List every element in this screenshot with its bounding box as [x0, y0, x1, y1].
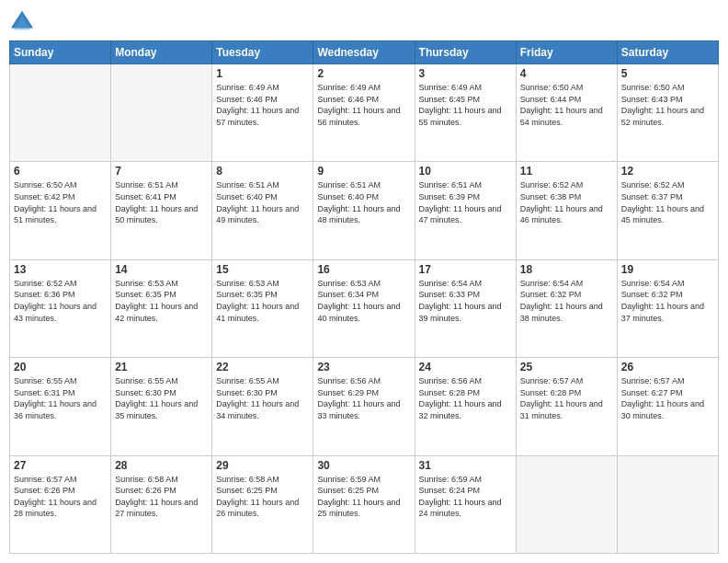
day-number: 12	[621, 165, 714, 178]
cell-info: Sunrise: 6:53 AM Sunset: 6:34 PM Dayligh…	[317, 278, 410, 324]
cell-info: Sunrise: 6:59 AM Sunset: 6:25 PM Dayligh…	[317, 474, 410, 520]
calendar-header-row: SundayMondayTuesdayWednesdayThursdayFrid…	[10, 41, 719, 64]
calendar-cell: 23Sunrise: 6:56 AM Sunset: 6:29 PM Dayli…	[313, 358, 415, 455]
logo	[9, 9, 39, 35]
calendar-cell: 18Sunrise: 6:54 AM Sunset: 6:32 PM Dayli…	[516, 259, 617, 357]
week-row-2: 6Sunrise: 6:50 AM Sunset: 6:42 PM Daylig…	[10, 162, 719, 259]
calendar-table: SundayMondayTuesdayWednesdayThursdayFrid…	[9, 40, 719, 554]
day-number: 29	[216, 459, 309, 472]
cell-info: Sunrise: 6:58 AM Sunset: 6:25 PM Dayligh…	[216, 474, 309, 520]
day-number: 3	[419, 67, 512, 80]
cell-info: Sunrise: 6:50 AM Sunset: 6:43 PM Dayligh…	[621, 82, 714, 128]
calendar-cell: 13Sunrise: 6:52 AM Sunset: 6:36 PM Dayli…	[10, 259, 111, 357]
header	[9, 9, 719, 35]
col-header-wednesday: Wednesday	[313, 41, 415, 64]
col-header-thursday: Thursday	[415, 41, 516, 64]
calendar-cell: 28Sunrise: 6:58 AM Sunset: 6:26 PM Dayli…	[111, 455, 212, 553]
calendar-cell	[617, 455, 718, 553]
day-number: 10	[419, 165, 512, 178]
day-number: 27	[14, 459, 107, 472]
calendar-cell: 22Sunrise: 6:55 AM Sunset: 6:30 PM Dayli…	[212, 358, 313, 455]
day-number: 8	[216, 165, 309, 178]
week-row-3: 13Sunrise: 6:52 AM Sunset: 6:36 PM Dayli…	[10, 259, 719, 357]
calendar-cell: 26Sunrise: 6:57 AM Sunset: 6:27 PM Dayli…	[617, 358, 718, 455]
cell-info: Sunrise: 6:54 AM Sunset: 6:32 PM Dayligh…	[520, 278, 613, 324]
col-header-tuesday: Tuesday	[212, 41, 313, 64]
cell-info: Sunrise: 6:57 AM Sunset: 6:28 PM Dayligh…	[520, 375, 613, 421]
calendar-cell	[10, 64, 111, 162]
cell-info: Sunrise: 6:56 AM Sunset: 6:28 PM Dayligh…	[419, 375, 512, 421]
calendar-cell: 8Sunrise: 6:51 AM Sunset: 6:40 PM Daylig…	[212, 162, 313, 259]
calendar-cell: 9Sunrise: 6:51 AM Sunset: 6:40 PM Daylig…	[313, 162, 415, 259]
day-number: 28	[115, 459, 208, 472]
day-number: 22	[216, 361, 309, 373]
calendar-cell: 24Sunrise: 6:56 AM Sunset: 6:28 PM Dayli…	[415, 358, 516, 455]
day-number: 2	[317, 67, 410, 80]
cell-info: Sunrise: 6:56 AM Sunset: 6:29 PM Dayligh…	[317, 375, 410, 421]
cell-info: Sunrise: 6:49 AM Sunset: 6:46 PM Dayligh…	[216, 82, 309, 128]
col-header-friday: Friday	[516, 41, 617, 64]
calendar-cell: 20Sunrise: 6:55 AM Sunset: 6:31 PM Dayli…	[10, 358, 111, 455]
calendar-cell: 10Sunrise: 6:51 AM Sunset: 6:39 PM Dayli…	[415, 162, 516, 259]
cell-info: Sunrise: 6:52 AM Sunset: 6:38 PM Dayligh…	[520, 179, 613, 225]
cell-info: Sunrise: 6:53 AM Sunset: 6:35 PM Dayligh…	[216, 278, 309, 324]
cell-info: Sunrise: 6:52 AM Sunset: 6:36 PM Dayligh…	[14, 278, 107, 324]
day-number: 23	[317, 361, 410, 373]
day-number: 26	[621, 361, 714, 373]
calendar-cell: 21Sunrise: 6:55 AM Sunset: 6:30 PM Dayli…	[111, 358, 212, 455]
week-row-4: 20Sunrise: 6:55 AM Sunset: 6:31 PM Dayli…	[10, 358, 719, 455]
cell-info: Sunrise: 6:50 AM Sunset: 6:44 PM Dayligh…	[520, 82, 613, 128]
cell-info: Sunrise: 6:55 AM Sunset: 6:30 PM Dayligh…	[115, 375, 208, 421]
calendar-cell: 5Sunrise: 6:50 AM Sunset: 6:43 PM Daylig…	[617, 64, 718, 162]
calendar-cell: 30Sunrise: 6:59 AM Sunset: 6:25 PM Dayli…	[313, 455, 415, 553]
calendar-cell: 4Sunrise: 6:50 AM Sunset: 6:44 PM Daylig…	[516, 64, 617, 162]
day-number: 6	[14, 165, 107, 178]
col-header-saturday: Saturday	[617, 41, 718, 64]
calendar-cell: 29Sunrise: 6:58 AM Sunset: 6:25 PM Dayli…	[212, 455, 313, 553]
day-number: 11	[520, 165, 613, 178]
cell-info: Sunrise: 6:54 AM Sunset: 6:33 PM Dayligh…	[419, 278, 512, 324]
day-number: 13	[14, 263, 107, 276]
calendar-cell: 25Sunrise: 6:57 AM Sunset: 6:28 PM Dayli…	[516, 358, 617, 455]
day-number: 15	[216, 263, 309, 276]
day-number: 24	[419, 361, 512, 373]
calendar-cell: 1Sunrise: 6:49 AM Sunset: 6:46 PM Daylig…	[212, 64, 313, 162]
day-number: 1	[216, 67, 309, 80]
day-number: 14	[115, 263, 208, 276]
day-number: 21	[115, 361, 208, 373]
calendar-cell: 16Sunrise: 6:53 AM Sunset: 6:34 PM Dayli…	[313, 259, 415, 357]
calendar-cell: 3Sunrise: 6:49 AM Sunset: 6:45 PM Daylig…	[415, 64, 516, 162]
day-number: 19	[621, 263, 714, 276]
calendar-cell: 14Sunrise: 6:53 AM Sunset: 6:35 PM Dayli…	[111, 259, 212, 357]
cell-info: Sunrise: 6:59 AM Sunset: 6:24 PM Dayligh…	[419, 474, 512, 520]
calendar-cell: 7Sunrise: 6:51 AM Sunset: 6:41 PM Daylig…	[111, 162, 212, 259]
day-number: 4	[520, 67, 613, 80]
cell-info: Sunrise: 6:51 AM Sunset: 6:39 PM Dayligh…	[419, 179, 512, 225]
cell-info: Sunrise: 6:49 AM Sunset: 6:46 PM Dayligh…	[317, 82, 410, 128]
col-header-sunday: Sunday	[10, 41, 111, 64]
calendar-cell: 2Sunrise: 6:49 AM Sunset: 6:46 PM Daylig…	[313, 64, 415, 162]
cell-info: Sunrise: 6:51 AM Sunset: 6:41 PM Dayligh…	[115, 179, 208, 225]
calendar-cell: 12Sunrise: 6:52 AM Sunset: 6:37 PM Dayli…	[617, 162, 718, 259]
cell-info: Sunrise: 6:53 AM Sunset: 6:35 PM Dayligh…	[115, 278, 208, 324]
cell-info: Sunrise: 6:58 AM Sunset: 6:26 PM Dayligh…	[115, 474, 208, 520]
day-number: 5	[621, 67, 714, 80]
day-number: 30	[317, 459, 410, 472]
day-number: 25	[520, 361, 613, 373]
week-row-5: 27Sunrise: 6:57 AM Sunset: 6:26 PM Dayli…	[10, 455, 719, 553]
day-number: 18	[520, 263, 613, 276]
cell-info: Sunrise: 6:57 AM Sunset: 6:26 PM Dayligh…	[14, 474, 107, 520]
cell-info: Sunrise: 6:50 AM Sunset: 6:42 PM Dayligh…	[14, 179, 107, 225]
calendar-cell	[516, 455, 617, 553]
cell-info: Sunrise: 6:54 AM Sunset: 6:32 PM Dayligh…	[621, 278, 714, 324]
logo-icon	[9, 9, 35, 35]
calendar-cell: 31Sunrise: 6:59 AM Sunset: 6:24 PM Dayli…	[415, 455, 516, 553]
calendar-cell: 15Sunrise: 6:53 AM Sunset: 6:35 PM Dayli…	[212, 259, 313, 357]
cell-info: Sunrise: 6:51 AM Sunset: 6:40 PM Dayligh…	[317, 179, 410, 225]
calendar-cell: 17Sunrise: 6:54 AM Sunset: 6:33 PM Dayli…	[415, 259, 516, 357]
calendar-cell: 11Sunrise: 6:52 AM Sunset: 6:38 PM Dayli…	[516, 162, 617, 259]
week-row-1: 1Sunrise: 6:49 AM Sunset: 6:46 PM Daylig…	[10, 64, 719, 162]
cell-info: Sunrise: 6:55 AM Sunset: 6:30 PM Dayligh…	[216, 375, 309, 421]
cell-info: Sunrise: 6:52 AM Sunset: 6:37 PM Dayligh…	[621, 179, 714, 225]
page: SundayMondayTuesdayWednesdayThursdayFrid…	[0, 0, 728, 563]
